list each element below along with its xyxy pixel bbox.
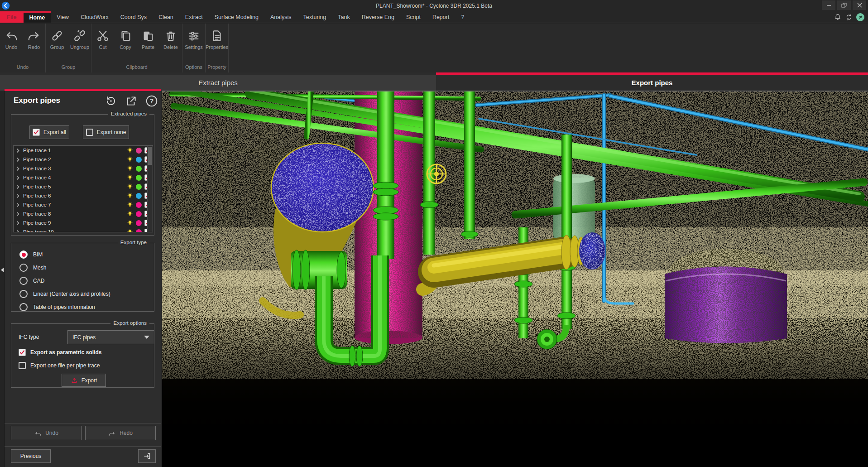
radio-cad[interactable]: CAD <box>19 277 44 285</box>
trace-color-swatch[interactable] <box>136 220 142 226</box>
expand-chevron-icon[interactable] <box>16 212 19 217</box>
radio-table[interactable]: Table of pipes information <box>19 303 95 311</box>
export-none-button[interactable]: Export none <box>83 125 129 139</box>
pipe-trace-row[interactable]: Pipe trace 10 <box>14 227 153 232</box>
visibility-bulb-icon[interactable] <box>127 202 133 208</box>
visibility-bulb-icon[interactable] <box>127 220 133 226</box>
account-status-icon[interactable] <box>856 13 864 21</box>
menu-coord-sys[interactable]: Coord Sys <box>115 11 153 23</box>
pipe-trace-row[interactable]: Pipe trace 8 <box>14 209 153 218</box>
trace-color-swatch[interactable] <box>136 193 142 199</box>
menu-surface-modeling[interactable]: Surface Modeling <box>209 11 264 23</box>
export-button[interactable]: Export <box>62 374 106 387</box>
list-scrollbar-thumb[interactable] <box>148 147 152 165</box>
visibility-bulb-icon[interactable] <box>127 147 133 154</box>
collapse-panel-arrow-icon[interactable] <box>0 267 4 273</box>
radio-linear-circle[interactable] <box>19 290 28 298</box>
notifications-bell-icon[interactable] <box>834 13 842 21</box>
pipe-trace-row[interactable]: Pipe trace 3 <box>14 164 153 173</box>
group-button[interactable]: Group <box>46 26 68 63</box>
tab-export-pipes[interactable]: Export pipes <box>436 72 868 91</box>
radio-mesh[interactable]: Mesh <box>19 264 46 272</box>
radio-linear[interactable]: Linear (Center axis and profiles) <box>19 290 110 298</box>
expand-chevron-icon[interactable] <box>16 157 19 162</box>
restore-button[interactable] <box>837 0 851 10</box>
menu-report[interactable]: Report <box>427 11 456 23</box>
menu-clean[interactable]: Clean <box>153 11 179 23</box>
pipe-trace-row[interactable]: Pipe trace 4 <box>14 173 153 182</box>
radio-table-circle[interactable] <box>19 303 28 311</box>
menu-analysis[interactable]: Analysis <box>264 11 297 23</box>
trace-color-swatch[interactable] <box>136 229 142 233</box>
previous-button[interactable]: Previous <box>11 449 51 463</box>
pipe-trace-row[interactable]: Pipe trace 6 <box>14 191 153 200</box>
one-file-per-trace-checkbox[interactable] <box>19 362 26 369</box>
trace-color-swatch[interactable] <box>136 211 142 217</box>
visibility-bulb-icon[interactable] <box>127 156 133 163</box>
pipe-trace-row[interactable]: Pipe trace 2 <box>14 155 153 164</box>
menu-view[interactable]: View <box>51 11 75 23</box>
help-icon[interactable]: ? <box>145 95 158 107</box>
visibility-bulb-icon[interactable] <box>127 174 133 181</box>
visibility-bulb-icon[interactable] <box>127 229 133 232</box>
menu-extract[interactable]: Extract <box>179 11 209 23</box>
expand-chevron-icon[interactable] <box>16 202 19 207</box>
ungroup-button[interactable]: Ungroup <box>68 26 91 63</box>
ifc-type-dropdown[interactable]: IFC pipes <box>67 330 154 344</box>
exit-dialog-button[interactable] <box>138 449 156 463</box>
pipe-trace-row[interactable]: Pipe trace 9 <box>14 218 153 227</box>
visibility-bulb-icon[interactable] <box>127 211 133 217</box>
parametric-solids-checkbox[interactable] <box>19 349 26 356</box>
radio-mesh-circle[interactable] <box>19 264 28 272</box>
panel-undo-button[interactable]: Undo <box>11 426 82 440</box>
parametric-solids-option[interactable]: Export as parametric solids <box>19 349 101 356</box>
trace-color-swatch[interactable] <box>136 202 142 208</box>
reset-history-icon[interactable] <box>105 95 117 107</box>
visibility-bulb-icon[interactable] <box>127 193 133 199</box>
pipe-trace-row[interactable]: Pipe trace 5 <box>14 182 153 191</box>
trace-color-swatch[interactable] <box>136 175 142 181</box>
expand-chevron-icon[interactable] <box>16 166 19 171</box>
menu-cloudworx[interactable]: CloudWorx <box>75 11 115 23</box>
trace-color-swatch[interactable] <box>136 166 142 172</box>
viewport-3d[interactable]: Z Y X Perspective Building <box>162 91 868 467</box>
visibility-bulb-icon[interactable] <box>127 165 133 172</box>
detach-panel-icon[interactable] <box>125 95 138 107</box>
visibility-bulb-icon[interactable] <box>127 183 133 190</box>
menu-script[interactable]: Script <box>400 11 427 23</box>
trace-color-swatch[interactable] <box>136 148 142 154</box>
trace-color-swatch[interactable] <box>136 184 142 190</box>
panel-redo-button[interactable]: Redo <box>85 426 156 440</box>
tab-extract-pipes[interactable]: Extract pipes <box>0 75 436 91</box>
copy-button[interactable]: Copy <box>114 26 137 63</box>
paste-button[interactable]: Paste <box>137 26 159 63</box>
settings-button[interactable]: Settings <box>182 26 205 63</box>
menu-home[interactable]: Home <box>24 11 51 23</box>
properties-button[interactable]: Properties <box>206 26 228 63</box>
export-all-button[interactable]: Export all <box>29 125 69 139</box>
sync-icon[interactable] <box>845 13 853 21</box>
export-none-checkbox[interactable] <box>86 129 93 136</box>
undo-button[interactable]: Undo <box>0 26 23 63</box>
pipe-trace-row[interactable]: Pipe trace 7 <box>14 200 153 209</box>
pipe-trace-row[interactable]: Pipe trace 1 <box>14 146 153 155</box>
menu-file[interactable]: File <box>0 11 24 23</box>
expand-chevron-icon[interactable] <box>16 175 19 180</box>
radio-bim-circle[interactable] <box>19 250 28 259</box>
radio-cad-circle[interactable] <box>19 277 28 285</box>
redo-button[interactable]: Redo <box>23 26 45 63</box>
trace-color-swatch[interactable] <box>136 157 142 163</box>
delete-button[interactable]: Delete <box>159 26 182 63</box>
expand-chevron-icon[interactable] <box>16 230 19 233</box>
export-all-checkbox[interactable] <box>33 129 40 136</box>
one-file-per-trace-option[interactable]: Export one file per pipe trace <box>19 362 100 369</box>
minimize-button[interactable] <box>822 0 835 10</box>
menu-tank[interactable]: Tank <box>332 11 355 23</box>
menu-help[interactable]: ? <box>455 11 470 23</box>
expand-chevron-icon[interactable] <box>16 221 19 226</box>
menu-texturing[interactable]: Texturing <box>297 11 332 23</box>
pipe-trace-list[interactable]: Pipe trace 1 Pipe trace 2 Pipe trace 3 P… <box>13 145 153 232</box>
menu-reverse-eng[interactable]: Reverse Eng <box>356 11 400 23</box>
expand-chevron-icon[interactable] <box>16 184 19 189</box>
expand-chevron-icon[interactable] <box>16 193 19 198</box>
